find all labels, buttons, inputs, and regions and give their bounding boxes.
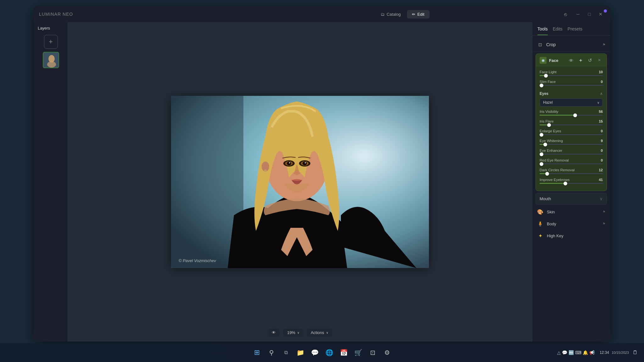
add-layer-button[interactable]: +	[44, 35, 58, 49]
body-pin-icon[interactable]: ⚑	[602, 222, 606, 226]
eye-whitening-thumb[interactable]	[543, 143, 547, 146]
slim-face-thumb[interactable]	[540, 84, 543, 87]
right-panel: Tools Edits Presets ⊡ Crop ⚑ ◉	[532, 22, 610, 342]
svg-point-18	[264, 169, 267, 172]
body-icon: 🧍	[537, 220, 544, 227]
enlarge-eyes-value: 0	[601, 129, 603, 133]
catalog-label: Catalog	[386, 12, 401, 17]
skin-section[interactable]: 🎨 Skin ⚑	[532, 206, 610, 218]
catalog-nav-btn[interactable]: 🗂 Catalog	[375, 10, 406, 19]
skin-pin-icon[interactable]: ⚑	[602, 210, 606, 214]
notification-center-icon[interactable]: 🗒	[633, 350, 638, 355]
panel-tabs: Tools Edits Presets	[532, 22, 610, 36]
skin-icon: 🎨	[537, 208, 544, 215]
face-light-track[interactable]	[540, 75, 603, 76]
visibility-toggle[interactable]: 👁	[268, 329, 280, 337]
clock: 12:34	[600, 350, 609, 355]
dark-circles-track[interactable]	[540, 173, 603, 174]
tab-tools[interactable]: Tools	[537, 26, 548, 35]
face-ai-button[interactable]: ✦	[577, 57, 584, 64]
edit-nav-btn[interactable]: ✏ Edit	[407, 10, 429, 19]
layer-thumbnail[interactable]	[43, 52, 59, 68]
eye-color-chevron-icon: ∨	[597, 101, 599, 104]
eyes-subsection-header[interactable]: Eyes ∧	[540, 90, 603, 98]
slim-face-track[interactable]	[540, 85, 603, 86]
tab-edits[interactable]: Edits	[553, 26, 563, 35]
file-explorer-button[interactable]: 📁	[294, 347, 306, 359]
eye-enhancer-track[interactable]	[540, 154, 603, 155]
app-logo: LUMINAR NEO	[39, 12, 73, 17]
face-light-row: Face Light 10	[540, 70, 603, 76]
store-button[interactable]: 🛒	[352, 347, 364, 359]
mouth-header[interactable]: Mouth ∨	[536, 193, 607, 204]
eye-icon: 👁	[272, 330, 276, 335]
crop-pin-icon[interactable]: ⚑	[602, 43, 606, 47]
eye-color-select[interactable]: Hazel ∨	[540, 98, 603, 107]
iris-flare-thumb[interactable]	[547, 123, 551, 127]
layers-title: Layers	[38, 26, 50, 30]
enlarge-eyes-track[interactable]	[540, 134, 603, 135]
terminal-button[interactable]: ⊡	[367, 347, 379, 359]
zoom-control[interactable]: 19% ∨	[283, 329, 303, 337]
tray-icons: △ 💬 🔤 ⌨ 🔔 📢	[557, 350, 594, 355]
window-controls: ─ □ ✕	[574, 10, 605, 19]
face-reset-button[interactable]: ↺	[586, 57, 593, 64]
tab-presets[interactable]: Presets	[568, 26, 582, 35]
face-header[interactable]: ◉ Face 👁 ✦ ↺ ⚑	[536, 54, 607, 67]
notification-dot	[604, 9, 607, 13]
dark-circles-value: 12	[599, 168, 603, 172]
red-eye-removal-track[interactable]	[540, 163, 603, 164]
edge-button[interactable]: 🌐	[323, 347, 335, 359]
enlarge-eyes-thumb[interactable]	[540, 133, 543, 137]
app-subtitle: NEO	[63, 12, 73, 17]
chat-button[interactable]: 💬	[309, 347, 321, 359]
dark-circles-thumb[interactable]	[545, 172, 549, 176]
improve-eyebrows-track[interactable]	[540, 183, 603, 184]
taskbar: ⊞ ⚲ ⧉ 📁 💬 🌐 📅 🛒 ⊡ ⚙ △ 💬 🔤 ⌨ 🔔 📢 12:34 10…	[0, 343, 644, 362]
iris-visibility-thumb[interactable]	[573, 113, 577, 117]
face-light-thumb[interactable]	[544, 74, 548, 78]
search-taskbar-button[interactable]: ⚲	[265, 347, 277, 359]
face-pin-button[interactable]: ⚑	[596, 57, 603, 64]
iris-visibility-track[interactable]	[540, 115, 603, 116]
share-button[interactable]: ⎋	[561, 10, 570, 19]
dev-button[interactable]: ⚙	[381, 347, 393, 359]
red-eye-removal-thumb[interactable]	[540, 162, 543, 166]
layer-thumb-image	[43, 52, 58, 68]
crop-section: ⊡ Crop ⚑	[532, 38, 610, 52]
svg-point-16	[305, 162, 306, 163]
red-eye-removal-label: Red Eye Removal	[540, 158, 569, 162]
calendar-button[interactable]: 📅	[338, 347, 350, 359]
actions-button[interactable]: Actions ∨	[307, 329, 332, 337]
zoom-value: 19%	[287, 330, 295, 335]
maximize-button[interactable]: □	[585, 10, 594, 19]
dark-circles-label: Dark Circles Removal	[540, 168, 575, 172]
title-nav: 🗂 Catalog ✏ Edit	[244, 10, 561, 19]
face-visibility-button[interactable]: 👁	[568, 57, 575, 64]
face-label: Face	[549, 58, 565, 63]
eyes-chevron-icon: ∧	[600, 91, 603, 96]
face-light-value: 10	[599, 70, 603, 74]
high-key-label: High Key	[547, 233, 564, 238]
eye-enhancer-thumb[interactable]	[540, 152, 543, 156]
red-eye-removal-row: Red Eye Removal 0	[540, 158, 603, 164]
enlarge-eyes-row: Enlarge Eyes 0	[540, 129, 603, 135]
face-light-label: Face Light	[540, 70, 557, 74]
eye-whitening-track[interactable]	[540, 144, 603, 145]
improve-eyebrows-label: Improve Eyebrows	[540, 178, 569, 182]
body-section[interactable]: 🧍 Body ⚑	[532, 218, 610, 230]
iris-visibility-label: Iris Visibility	[540, 110, 558, 113]
mouth-label: Mouth	[540, 196, 551, 201]
minimize-button[interactable]: ─	[574, 10, 582, 19]
iris-flare-track[interactable]	[540, 124, 603, 125]
red-eye-removal-value: 0	[601, 158, 603, 162]
task-view-button[interactable]: ⧉	[280, 347, 292, 359]
high-key-section[interactable]: ✦ High Key	[532, 230, 610, 242]
canvas-toolbar: 👁 19% ∨ Actions ∨	[268, 329, 332, 337]
crop-icon: ⊡	[537, 41, 544, 48]
crop-header[interactable]: ⊡ Crop ⚑	[537, 41, 606, 48]
crop-label: Crop	[546, 42, 600, 47]
face-body: Face Light 10 Slim Face	[536, 67, 607, 191]
improve-eyebrows-thumb[interactable]	[564, 182, 567, 185]
start-button[interactable]: ⊞	[251, 347, 263, 359]
